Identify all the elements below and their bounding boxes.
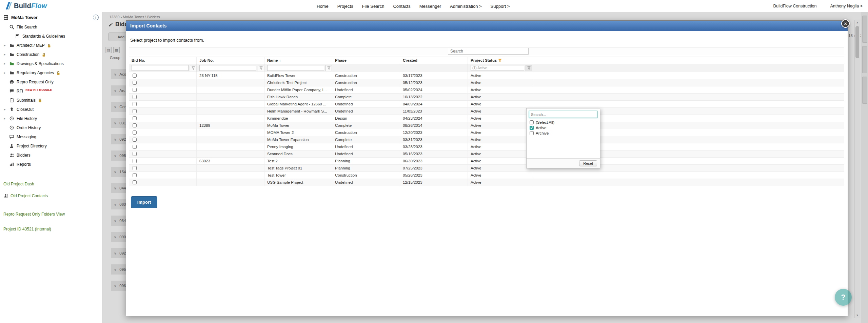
job-no-filter-input[interactable] bbox=[199, 65, 256, 71]
sidebar-item[interactable]: ▸ Drawings & Specifications bbox=[0, 59, 102, 68]
name-filter-icon[interactable] bbox=[326, 65, 332, 71]
row-select-checkbox[interactable] bbox=[133, 130, 137, 135]
cell-job-no bbox=[197, 94, 264, 100]
table-row[interactable]: Scanned Docs Undefined 05/16/2023 Active bbox=[129, 150, 844, 158]
table-row[interactable]: Kimmeridge Design 04/23/2024 Active bbox=[129, 115, 844, 122]
expand-caret-icon[interactable]: ▸ bbox=[3, 62, 7, 65]
cell-name: Scanned Docs bbox=[264, 150, 332, 157]
row-select-checkbox[interactable] bbox=[133, 88, 137, 92]
job-no-filter-icon[interactable] bbox=[258, 65, 264, 71]
filter-option[interactable]: Archive bbox=[530, 131, 597, 135]
sidebar-item[interactable]: ▸ Messaging bbox=[0, 132, 102, 141]
table-row[interactable]: MoMa Tower Expansion Complete 03/31/2023… bbox=[129, 136, 844, 143]
sidebar-item[interactable]: ▸ File Search bbox=[0, 22, 102, 32]
expand-caret-icon[interactable]: ▸ bbox=[3, 71, 7, 75]
import-button[interactable]: Import bbox=[131, 196, 157, 208]
sidebar-item[interactable]: ▸ Repro Request Only bbox=[0, 77, 102, 86]
sidebar-link[interactable]: Old Project Dash bbox=[3, 182, 99, 186]
sidebar-info-icon[interactable]: i bbox=[93, 15, 99, 20]
sidebar-item[interactable]: ▸ Order History bbox=[0, 123, 102, 132]
table-row[interactable]: Fish Hawk Ranch Complete 10/13/2022 Acti… bbox=[129, 94, 844, 101]
row-select-checkbox[interactable] bbox=[133, 74, 137, 78]
filter-option-checkbox[interactable] bbox=[530, 131, 534, 135]
row-select-checkbox[interactable] bbox=[133, 95, 137, 99]
nav-item[interactable]: Contacts bbox=[393, 4, 410, 9]
column-header-bid-no[interactable]: Bid No. bbox=[129, 57, 197, 64]
sidebar-item[interactable]: ▸ Bidders bbox=[0, 150, 102, 160]
expand-caret-icon[interactable]: ▸ bbox=[3, 43, 7, 47]
table-row[interactable]: MOMA Tower 2 Construction 12/20/2023 Act… bbox=[129, 129, 844, 136]
user-menu[interactable]: Anthony Neglia > bbox=[830, 4, 863, 8]
status-filter-value[interactable]: (1) Active bbox=[471, 65, 524, 71]
column-header-name[interactable]: Name ↑ bbox=[264, 57, 332, 64]
search-input[interactable] bbox=[448, 48, 529, 55]
help-button[interactable]: ? bbox=[835, 289, 852, 306]
row-select-checkbox[interactable] bbox=[133, 180, 137, 184]
bid-no-filter-input[interactable] bbox=[132, 65, 189, 71]
cell-status: Active bbox=[468, 94, 532, 100]
sidebar-item[interactable]: ▸ Project Directory bbox=[0, 141, 102, 150]
nav-item[interactable]: Messenger bbox=[419, 4, 441, 9]
sidebar-link[interactable]: Repro Request Only Folders View bbox=[3, 212, 99, 217]
nav-item[interactable]: Projects bbox=[337, 4, 353, 9]
expand-caret-icon[interactable]: ▸ bbox=[3, 53, 7, 56]
table-row[interactable]: Christine's Test Project Construction 05… bbox=[129, 79, 844, 86]
column-header-phase[interactable]: Phase bbox=[332, 57, 400, 64]
column-header-project-status[interactable]: Project Status bbox=[468, 57, 532, 64]
sidebar-item[interactable]: ▸ Reports bbox=[0, 160, 102, 169]
row-select-checkbox[interactable] bbox=[133, 116, 137, 120]
table-row[interactable]: Dunder Mifflin Paper Company, I... Undef… bbox=[129, 86, 844, 94]
table-row[interactable]: Helm Management - Rowmark S... Undefined… bbox=[129, 108, 844, 115]
table-row[interactable]: 63023 Test 2 Planning 06/30/2023 Active bbox=[129, 158, 844, 165]
table-row[interactable]: 23-NY-115 BuildFlow Tower Construction 0… bbox=[129, 72, 844, 79]
sidebar-link[interactable]: Project ID 43521 (Internal) bbox=[3, 227, 99, 231]
name-filter-input[interactable] bbox=[267, 65, 324, 71]
sidebar-item[interactable]: ▸ Regulatory Agencies bbox=[0, 68, 102, 77]
filter-option-checkbox[interactable] bbox=[530, 126, 534, 130]
row-select-checkbox[interactable] bbox=[133, 152, 137, 156]
row-select-checkbox[interactable] bbox=[133, 109, 137, 113]
sidebar-item[interactable]: ▸ Standards & Guidelines bbox=[0, 32, 102, 41]
table-row[interactable]: Global Marketing Agent - 12660 ... Undef… bbox=[129, 101, 844, 108]
nav-item[interactable]: Home bbox=[317, 4, 329, 9]
table-row[interactable]: Test Tower Construction 05/26/2023 Activ… bbox=[129, 172, 844, 179]
row-select-checkbox[interactable] bbox=[133, 173, 137, 177]
table-row[interactable]: USG Sample Project Undefined 12/15/2023 … bbox=[129, 179, 844, 186]
row-select-checkbox[interactable] bbox=[133, 123, 137, 127]
filter-option[interactable]: Active bbox=[530, 126, 597, 130]
cell-status: Active bbox=[468, 136, 532, 143]
close-icon[interactable]: × bbox=[841, 19, 850, 28]
nav-item[interactable]: Administration > bbox=[450, 4, 482, 9]
expand-caret-icon[interactable]: ▸ bbox=[3, 117, 7, 120]
sidebar-link[interactable]: Old Project Contacts bbox=[3, 193, 99, 198]
expand-caret-icon[interactable]: ▸ bbox=[3, 107, 7, 111]
filter-option-checkbox[interactable] bbox=[530, 120, 534, 124]
sidebar-item[interactable]: ▸ Construction bbox=[0, 50, 102, 59]
sidebar-item[interactable]: ▸ RFI NEW RFI MODULE bbox=[0, 86, 102, 96]
grid-toolbar bbox=[129, 47, 844, 55]
sidebar-item[interactable]: ▸ File History bbox=[0, 114, 102, 123]
table-row[interactable]: Penny Imaging Undefined 03/28/2023 Activ… bbox=[129, 143, 844, 150]
nav-item[interactable]: File Search bbox=[362, 4, 384, 9]
filter-option[interactable]: (Select All) bbox=[530, 120, 597, 124]
row-select-checkbox[interactable] bbox=[133, 138, 137, 142]
status-filter-icon[interactable] bbox=[526, 65, 532, 71]
filter-search-input[interactable] bbox=[529, 111, 597, 118]
row-select-checkbox[interactable] bbox=[133, 159, 137, 163]
bid-no-filter-icon[interactable] bbox=[190, 65, 196, 71]
row-select-checkbox[interactable] bbox=[133, 102, 137, 106]
table-row[interactable]: Test Tags Project 01 Planning 07/25/2023… bbox=[129, 165, 844, 172]
column-header-created[interactable]: Created bbox=[400, 57, 468, 64]
row-select-checkbox[interactable] bbox=[133, 166, 137, 170]
sidebar-item-label: Repro Request Only bbox=[17, 80, 54, 84]
column-header-job-no[interactable]: Job No. bbox=[197, 57, 264, 64]
sidebar-item[interactable]: ▸ CloseOut bbox=[0, 105, 102, 114]
sidebar-item[interactable]: ▸ Architect / MEP bbox=[0, 41, 102, 50]
sidebar-item[interactable]: ▸ Submittals bbox=[0, 96, 102, 105]
table-row[interactable]: 12389 MoMa Tower Complete 08/26/2014 Act… bbox=[129, 122, 844, 129]
row-select-checkbox[interactable] bbox=[133, 81, 137, 85]
nav-item[interactable]: Support > bbox=[491, 4, 510, 9]
logo-mark-icon bbox=[5, 1, 12, 10]
reset-button[interactable]: Reset bbox=[579, 160, 597, 166]
row-select-checkbox[interactable] bbox=[133, 145, 137, 149]
